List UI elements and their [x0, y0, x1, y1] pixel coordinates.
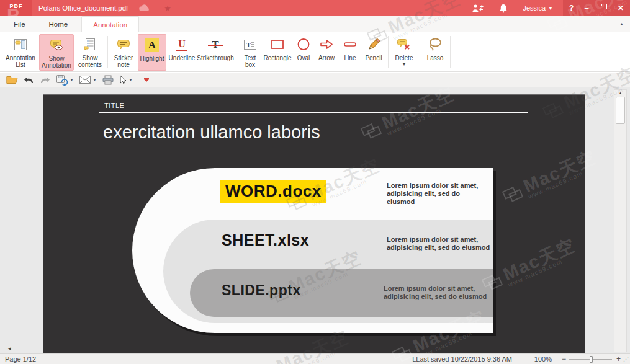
- arrow-icon: [318, 36, 335, 53]
- ribbon-separator: [236, 36, 236, 68]
- annotation-list-icon: [12, 36, 29, 53]
- close-button[interactable]: ✕: [618, 4, 624, 12]
- ribbon-separator: [388, 36, 389, 68]
- scroll-left-icon[interactable]: ◀: [8, 346, 11, 350]
- menu-bar: File Home Annotation ▲: [0, 16, 630, 32]
- vertical-scrollbar-thumb[interactable]: [616, 97, 625, 124]
- item-word-desc: Lorem ipsum dolor sit amet, adipisicing …: [387, 182, 489, 206]
- window-controls: ? – ✕: [563, 0, 630, 16]
- pencil-button[interactable]: Pencil: [362, 34, 385, 71]
- mail-icon[interactable]: ▼: [79, 76, 97, 84]
- status-bar: Page 1/12 LLast saved 10/22/2015 9:36 AM…: [0, 353, 630, 364]
- document-title: Polaris Office_document.pdf: [38, 4, 128, 12]
- document-viewport[interactable]: TITLE exercitation ullamco laboris WORD.…: [0, 87, 630, 353]
- vertical-scrollbar[interactable]: ▲: [614, 89, 627, 352]
- user-menu[interactable]: Jessica: [523, 4, 546, 12]
- last-saved-text: LLast saved 10/22/2015 9:36 AM: [412, 355, 512, 363]
- underline-button[interactable]: U Underline: [168, 34, 196, 71]
- select-cursor-icon[interactable]: ▼: [119, 75, 133, 85]
- share-users-icon[interactable]: [472, 4, 484, 12]
- delete-dropdown-caret-icon[interactable]: ▼: [402, 62, 407, 66]
- lasso-icon: [427, 36, 443, 53]
- notifications-bell-icon[interactable]: [499, 4, 508, 13]
- print-icon[interactable]: [102, 75, 114, 85]
- zoom-slider-thumb[interactable]: [590, 356, 593, 363]
- title-rule: [99, 112, 528, 113]
- quick-access-toolbar: ▼ ▼ ▼: [0, 73, 630, 87]
- tab-file[interactable]: File: [4, 16, 35, 32]
- delete-annotation-icon: [396, 36, 412, 53]
- title-bar: PDF P Polaris Office_document.pdf ★ Jess…: [0, 0, 630, 16]
- pdf-page: TITLE exercitation ullamco laboris WORD.…: [43, 94, 585, 353]
- pencil-icon: [366, 36, 382, 53]
- scroll-up-icon[interactable]: ▲: [614, 91, 626, 95]
- mail-dropdown-caret-icon[interactable]: ▼: [92, 78, 97, 82]
- highlight-icon: A: [145, 37, 159, 54]
- annotation-ribbon: Annotation List Show Annotation Show con…: [0, 33, 630, 72]
- sticker-note-button[interactable]: Sticker note: [110, 34, 137, 71]
- save-dropdown-caret-icon[interactable]: ▼: [70, 78, 74, 82]
- tab-home[interactable]: Home: [39, 16, 78, 32]
- text-box-icon: T: [242, 36, 258, 53]
- item-sheet-desc: Lorem ipsum dolor sit amet, adipisicing …: [387, 236, 506, 252]
- svg-text:T: T: [246, 41, 251, 48]
- strikethrough-icon: T: [209, 36, 221, 53]
- undo-icon[interactable]: [24, 75, 34, 84]
- show-annotation-icon: [48, 37, 65, 54]
- annotation-list-button[interactable]: Annotation List: [3, 34, 38, 71]
- arrow-button[interactable]: Arrow: [315, 34, 338, 71]
- user-menu-caret-icon[interactable]: ▼: [548, 6, 553, 11]
- show-contents-icon: [82, 36, 98, 53]
- line-icon: [342, 36, 358, 53]
- minimize-button[interactable]: –: [584, 5, 588, 11]
- oval-icon: [295, 36, 312, 53]
- zoom-level: 100%: [534, 355, 552, 363]
- strikethrough-button[interactable]: T Strikethrough: [197, 34, 233, 71]
- item-sheet-title: SHEET.xlsx: [222, 231, 309, 249]
- rectangle-icon: [269, 36, 286, 53]
- quickbar-separator: [140, 75, 140, 85]
- open-folder-icon[interactable]: [6, 75, 18, 84]
- page-indicator: Page 1/12: [5, 355, 36, 363]
- page-title-label: TITLE: [104, 102, 124, 109]
- sticker-note-icon: [115, 36, 132, 53]
- collapse-ribbon-icon[interactable]: ▲: [619, 22, 624, 26]
- resize-grip-icon[interactable]: ⋰: [623, 356, 629, 362]
- ribbon-separator: [420, 36, 420, 68]
- cloud-sync-icon[interactable]: [138, 4, 150, 12]
- rectangle-button[interactable]: Rectangle: [263, 34, 292, 71]
- polaris-logo: P: [7, 6, 19, 16]
- text-box-button[interactable]: T Text box: [239, 34, 261, 71]
- maximize-button[interactable]: [600, 2, 607, 14]
- item-slide-desc: Lorem ipsum dolor sit amet, adipisicing …: [384, 285, 503, 301]
- help-button[interactable]: ?: [569, 4, 574, 12]
- ribbon-separator: [450, 36, 451, 68]
- cursor-dropdown-caret-icon[interactable]: ▼: [128, 78, 133, 82]
- tab-annotation[interactable]: Annotation: [81, 16, 139, 32]
- zoom-out-button[interactable]: −: [562, 355, 566, 363]
- ribbon-separator: [107, 36, 108, 68]
- delete-annotation-button[interactable]: Delete ▼: [391, 34, 417, 71]
- lasso-button[interactable]: Lasso: [423, 34, 448, 71]
- save-sync-icon[interactable]: ▼: [56, 74, 74, 86]
- customize-toolbar-icon[interactable]: [144, 78, 149, 82]
- underline-icon: U: [176, 36, 187, 53]
- highlight-button[interactable]: A Highlight: [138, 34, 166, 71]
- show-contents-button[interactable]: Show contents: [75, 34, 105, 71]
- polaris-office-window: PDF P Polaris Office_document.pdf ★ Jess…: [0, 0, 630, 364]
- line-button[interactable]: Line: [340, 34, 361, 71]
- oval-button[interactable]: Oval: [294, 34, 313, 71]
- favorite-star-icon[interactable]: ★: [164, 4, 171, 12]
- page-headline: exercitation ullamco laboris: [103, 122, 320, 143]
- item-slide-title: SLIDE.pptx: [222, 282, 301, 299]
- redo-icon[interactable]: [40, 75, 50, 84]
- item-word-title: WORD.docx: [220, 180, 326, 203]
- zoom-in-button[interactable]: +: [616, 355, 621, 363]
- show-annotation-button[interactable]: Show Annotation: [39, 34, 74, 71]
